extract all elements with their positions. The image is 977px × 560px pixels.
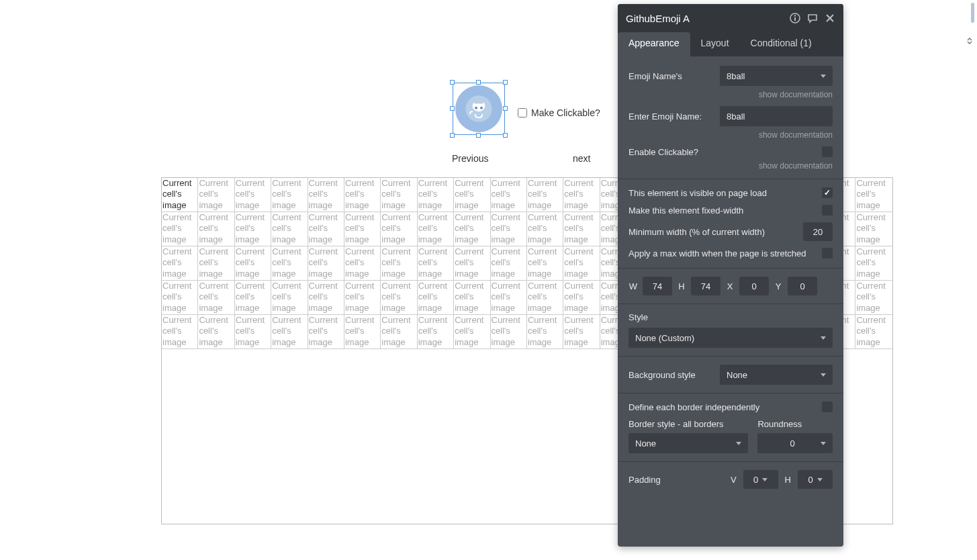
repeating-group-cell[interactable]: Current cell's image	[381, 246, 417, 281]
repeating-group-cell[interactable]: Current cell's image	[855, 212, 892, 246]
repeating-group-cell[interactable]: Current cell's image	[198, 246, 234, 281]
repeating-group-cell[interactable]: Current cell's image	[563, 315, 600, 349]
selected-element[interactable]	[453, 83, 505, 135]
roundness-dropdown[interactable]: 0	[757, 433, 833, 453]
repeating-group-cell[interactable]: Current cell's image	[418, 178, 454, 212]
border-style-dropdown[interactable]: None	[629, 433, 748, 453]
repeating-group-cell[interactable]: Current cell's image	[491, 315, 527, 349]
repeating-group-cell[interactable]: Current cell's image	[855, 246, 892, 281]
enter-emoji-input[interactable]	[720, 106, 833, 126]
border-independent-checkbox[interactable]	[822, 402, 833, 412]
repeating-group-cell[interactable]: Current cell's image	[381, 178, 417, 212]
resize-handle[interactable]	[503, 133, 508, 138]
repeating-group-cell[interactable]: Current cell's image	[308, 281, 344, 315]
repeating-group-cell[interactable]: Current cell's image	[491, 281, 527, 315]
repeating-group-cell[interactable]: Current cell's image	[162, 178, 198, 212]
repeating-group-cell[interactable]: Current cell's image	[454, 315, 490, 349]
max-width-checkbox[interactable]	[822, 248, 833, 259]
tab-conditional[interactable]: Conditional (1)	[740, 32, 823, 56]
bg-style-dropdown[interactable]: None	[720, 365, 833, 385]
repeating-group-cell[interactable]: Current cell's image	[527, 281, 563, 315]
repeating-group-cell[interactable]: Current cell's image	[271, 315, 308, 349]
repeating-group-cell[interactable]: Current cell's image	[198, 178, 234, 212]
repeating-group-cell[interactable]: Current cell's image	[563, 212, 600, 246]
repeating-group-cell[interactable]: Current cell's image	[235, 246, 271, 281]
next-link[interactable]: next	[573, 153, 590, 164]
repeating-group-cell[interactable]: Current cell's image	[308, 246, 344, 281]
resize-handle[interactable]	[503, 80, 508, 85]
doc-link[interactable]: show documentation	[629, 161, 833, 171]
repeating-group-cell[interactable]: Current cell's image	[235, 281, 271, 315]
repeating-group-cell[interactable]: Current cell's image	[454, 178, 490, 212]
repeating-group-cell[interactable]: Current cell's image	[198, 315, 234, 349]
style-dropdown[interactable]: None (Custom)	[629, 328, 833, 348]
repeating-group-cell[interactable]: Current cell's image	[344, 281, 381, 315]
enable-clickable-checkbox[interactable]	[822, 146, 833, 157]
repeating-group-cell[interactable]: Current cell's image	[235, 178, 271, 212]
panel-header[interactable]: GithubEmoji A	[618, 4, 843, 32]
repeating-group-cell[interactable]: Current cell's image	[491, 178, 527, 212]
resize-handle[interactable]	[476, 80, 481, 85]
repeating-group-cell[interactable]: Current cell's image	[271, 178, 308, 212]
repeating-group-cell[interactable]: Current cell's image	[418, 246, 454, 281]
repeating-group-cell[interactable]: Current cell's image	[418, 281, 454, 315]
repeating-group-cell[interactable]: Current cell's image	[162, 212, 198, 246]
repeating-group-cell[interactable]: Current cell's image	[855, 281, 892, 315]
comment-icon[interactable]	[807, 13, 818, 24]
make-clickable-checkbox[interactable]: Make Clickable?	[518, 107, 600, 118]
repeating-group-cell[interactable]: Current cell's image	[418, 315, 454, 349]
y-input[interactable]	[788, 277, 817, 295]
tab-layout[interactable]: Layout	[690, 32, 740, 56]
info-icon[interactable]	[790, 13, 800, 24]
repeating-group-cell[interactable]: Current cell's image	[527, 246, 563, 281]
repeating-group-cell[interactable]: Current cell's image	[855, 315, 892, 349]
repeating-group-cell[interactable]: Current cell's image	[235, 315, 271, 349]
repeating-group-cell[interactable]: Current cell's image	[381, 281, 417, 315]
repeating-group-cell[interactable]: Current cell's image	[308, 212, 344, 246]
repeating-group-cell[interactable]: Current cell's image	[454, 212, 490, 246]
repeating-group-cell[interactable]: Current cell's image	[344, 212, 381, 246]
repeating-group-cell[interactable]: Current cell's image	[162, 246, 198, 281]
doc-link[interactable]: show documentation	[629, 130, 833, 140]
repeating-group-cell[interactable]: Current cell's image	[527, 178, 563, 212]
repeating-group-cell[interactable]: Current cell's image	[563, 281, 600, 315]
repeating-group-cell[interactable]: Current cell's image	[198, 281, 234, 315]
repeating-group-cell[interactable]: Current cell's image	[162, 315, 198, 349]
repeating-group-cell[interactable]: Current cell's image	[563, 178, 600, 212]
emoji-names-dropdown[interactable]: 8ball	[720, 66, 833, 86]
repeating-group-cell[interactable]: Current cell's image	[344, 178, 381, 212]
resize-handle[interactable]	[450, 133, 455, 138]
repeating-group-cell[interactable]: Current cell's image	[271, 212, 308, 246]
height-input[interactable]	[691, 277, 720, 295]
padding-h-dropdown[interactable]: 0	[798, 470, 833, 489]
repeating-group-cell[interactable]: Current cell's image	[308, 178, 344, 212]
repeating-group-cell[interactable]: Current cell's image	[527, 315, 563, 349]
expand-icon[interactable]	[966, 38, 977, 46]
x-input[interactable]	[739, 277, 769, 295]
repeating-group-cell[interactable]: Current cell's image	[198, 212, 234, 246]
previous-link[interactable]: Previous	[452, 153, 573, 164]
fixed-width-checkbox[interactable]	[822, 205, 833, 216]
repeating-group-cell[interactable]: Current cell's image	[491, 212, 527, 246]
repeating-group-cell[interactable]: Current cell's image	[308, 315, 344, 349]
repeating-group-cell[interactable]: Current cell's image	[344, 315, 381, 349]
tab-appearance[interactable]: Appearance	[618, 32, 690, 56]
resize-handle[interactable]	[503, 106, 508, 111]
resize-handle[interactable]	[450, 106, 455, 111]
resize-handle[interactable]	[450, 80, 455, 85]
vertical-scrollbar[interactable]	[969, 3, 976, 43]
make-clickable-input[interactable]	[518, 108, 527, 118]
repeating-group-cell[interactable]: Current cell's image	[418, 212, 454, 246]
repeating-group-cell[interactable]: Current cell's image	[344, 246, 381, 281]
repeating-group-cell[interactable]: Current cell's image	[162, 281, 198, 315]
repeating-group-cell[interactable]: Current cell's image	[855, 178, 892, 212]
repeating-group-cell[interactable]: Current cell's image	[454, 246, 490, 281]
resize-handle[interactable]	[476, 133, 481, 138]
repeating-group-cell[interactable]: Current cell's image	[271, 246, 308, 281]
repeating-group-cell[interactable]: Current cell's image	[563, 246, 600, 281]
repeating-group-cell[interactable]: Current cell's image	[381, 315, 417, 349]
repeating-group-cell[interactable]: Current cell's image	[235, 212, 271, 246]
doc-link[interactable]: show documentation	[629, 90, 833, 99]
repeating-group-cell[interactable]: Current cell's image	[381, 212, 417, 246]
repeating-group-cell[interactable]: Current cell's image	[527, 212, 563, 246]
